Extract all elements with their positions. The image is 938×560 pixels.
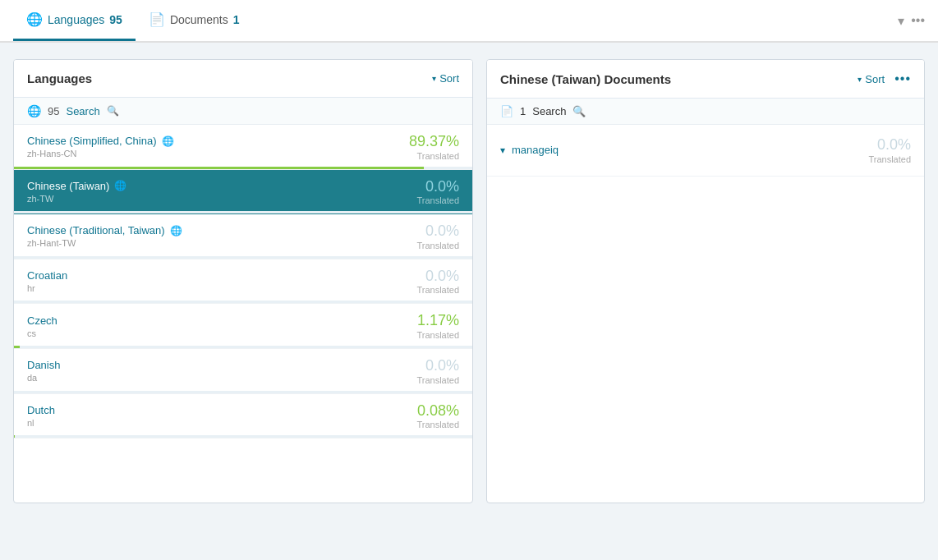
tab-languages-label: Languages [48,13,104,26]
list-item[interactable]: Chinese (Traditional, Taiwan) 🌐 zh-Hant-… [14,214,472,259]
lang-name: Chinese (Traditional, Taiwan) [27,224,165,236]
lang-percent: 1.17% [416,312,459,330]
right-search-count: 1 [520,105,526,117]
lang-right: 1.17% Translated [416,312,459,340]
list-item[interactable]: Dutch nl 0.08% Translated [14,394,472,439]
lang-name-row: Dutch [27,404,55,416]
lang-right: 0.0% Translated [416,268,459,296]
progress-bar-container [14,391,472,393]
globe-tab-icon: 🌐 [26,11,43,27]
lang-left: Chinese (Simplified, China) 🌐 zh-Hans-CN [27,135,174,158]
lang-name: Chinese (Taiwan) [27,180,109,192]
left-search-magnifier-icon[interactable]: 🔍 [107,105,119,117]
list-item[interactable]: Chinese (Simplified, China) 🌐 zh-Hans-CN… [14,125,472,170]
lang-right: 89.37% Translated [409,133,459,161]
left-search-bar: 🌐 95 Search 🔍 [14,98,472,125]
doc-tab-icon: 📄 [149,11,165,27]
tab-documents-label: Documents [170,13,228,26]
list-item[interactable]: Czech cs 1.17% Translated [14,304,472,349]
tab-documents[interactable]: 📄 Documents 1 [136,0,253,41]
lang-name: Croatian [27,269,67,282]
tab-languages-badge: 95 [109,13,122,26]
lang-percent: 0.0% [416,357,459,375]
lang-right: 0.0% Translated [416,357,459,385]
lang-name: Dutch [27,404,55,416]
doc-chevron-icon: ▾ [500,145,505,156]
lang-name: Danish [27,359,60,371]
lang-right: 0.0% Translated [416,223,459,250]
lang-percent: 0.0% [416,178,459,196]
right-panel: Chinese (Taiwan) Documents ▾ Sort ••• 📄 … [486,59,925,503]
right-search-magnifier-icon[interactable]: 🔍 [572,105,586,117]
lang-left: Croatian hr [27,269,67,293]
right-search-label[interactable]: Search [532,105,566,117]
list-item[interactable]: Danish da 0.0% Translated [14,349,472,394]
left-panel-title: Languages [27,71,92,85]
lang-globe-icon: 🌐 [162,135,174,147]
left-search-label[interactable]: Search [66,105,99,117]
progress-bar-container [14,167,472,169]
right-search-bar: 📄 1 Search 🔍 [487,99,924,125]
progress-bar-fill [14,167,424,169]
progress-bar-container [14,346,472,348]
document-list: ▾ manageiq 0.0% Translated [487,125,924,177]
lang-translated-label: Translated [416,195,459,205]
left-sort-button[interactable]: ▾ Sort [432,72,459,85]
top-chevron-icon[interactable]: ▾ [898,13,904,29]
right-sort-label: Sort [865,73,885,85]
lang-left: Dutch nl [27,404,55,428]
lang-globe-icon: 🌐 [114,180,126,191]
doc-percent: 0.0% [868,136,911,154]
right-panel-title: Chinese (Taiwan) Documents [500,72,671,86]
lang-translated-label: Translated [416,241,459,250]
lang-name-row: Chinese (Simplified, China) 🌐 [27,135,174,147]
top-tab-actions: ▾ ••• [898,13,925,29]
lang-percent: 0.08% [416,402,459,420]
right-sort-button[interactable]: ▾ Sort [858,73,885,85]
progress-bar-container [14,256,472,259]
lang-translated-label: Translated [409,151,459,161]
left-panel: Languages ▾ Sort 🌐 95 Search 🔍 Chinese (… [13,59,473,503]
right-more-button[interactable]: ••• [894,71,911,86]
top-more-icon[interactable]: ••• [911,13,925,28]
right-panel-header: Chinese (Taiwan) Documents ▾ Sort ••• [487,60,924,99]
lang-name: Czech [27,314,57,327]
lang-code: da [27,373,60,383]
lang-name-row: Chinese (Traditional, Taiwan) 🌐 [27,224,182,236]
top-bar: 🌐 Languages 95 📄 Documents 1 ▾ ••• [0,0,938,43]
doc-translated-label: Translated [868,154,911,164]
lang-percent: 0.0% [416,223,459,241]
lang-code: cs [27,328,57,338]
progress-bar-container [14,435,472,438]
progress-bar-container [14,301,472,303]
progress-bar-fill [14,346,20,348]
lang-percent: 89.37% [409,133,459,151]
lang-translated-label: Translated [416,375,459,385]
doc-right: 0.0% Translated [868,136,911,164]
left-sort-chevron: ▾ [432,74,436,83]
lang-right: 0.08% Translated [416,402,459,430]
list-item[interactable]: ▾ manageiq 0.0% Translated [487,125,924,177]
right-panel-actions: ▾ Sort ••• [858,71,911,86]
lang-globe-icon: 🌐 [170,225,182,236]
lang-translated-label: Translated [416,330,459,340]
left-panel-header: Languages ▾ Sort [14,60,472,98]
language-list: Chinese (Simplified, China) 🌐 zh-Hans-CN… [14,125,472,503]
list-item[interactable]: Chinese (Taiwan) 🌐 zh-TW 0.0% Translated [14,170,472,215]
lang-left: Chinese (Taiwan) 🌐 zh-TW [27,180,126,204]
lang-name-row: Danish [27,359,60,371]
lang-right: 0.0% Translated [416,178,459,206]
lang-code: nl [27,418,55,428]
lang-code: zh-TW [27,194,126,204]
lang-left: Czech cs [27,314,57,338]
tab-languages[interactable]: 🌐 Languages 95 [13,0,136,41]
lang-code: zh-Hant-TW [27,238,182,248]
left-panel-actions: ▾ Sort [432,72,459,85]
left-search-globe-icon: 🌐 [27,104,41,117]
list-item[interactable]: Croatian hr 0.0% Translated [14,259,472,305]
top-tabs: 🌐 Languages 95 📄 Documents 1 [13,0,252,41]
lang-code: hr [27,283,67,293]
lang-translated-label: Translated [416,420,459,429]
doc-name: manageiq [512,144,868,156]
lang-left: Chinese (Traditional, Taiwan) 🌐 zh-Hant-… [27,224,182,248]
